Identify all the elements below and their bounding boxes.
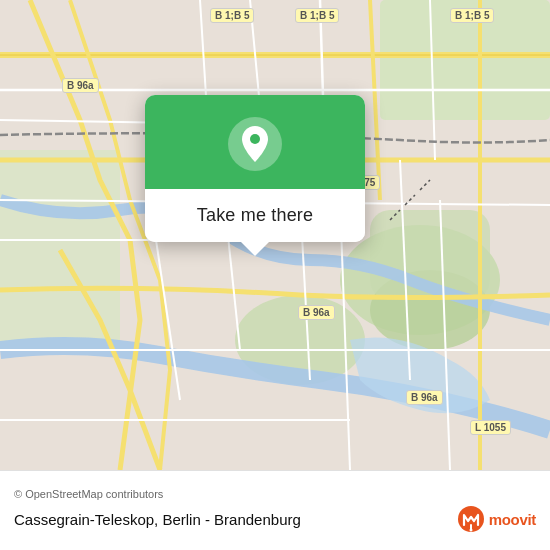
attribution-text: © OpenStreetMap contributors	[14, 488, 536, 500]
popup-green-header	[145, 95, 365, 189]
moovit-icon	[457, 505, 485, 533]
road-label-b1b5-1: B 1;B 5	[210, 8, 254, 23]
road-label-l1055: L 1055	[470, 420, 511, 435]
moovit-logo: moovit	[457, 505, 536, 533]
popup-card: Take me there	[145, 95, 365, 242]
road-label-b96a-bottom: B 96a	[298, 305, 335, 320]
popup-button-area[interactable]: Take me there	[145, 189, 365, 242]
location-name: Cassegrain-Teleskop, Berlin - Brandenbur…	[14, 511, 301, 528]
road-label-b1b5-2: B 1;B 5	[295, 8, 339, 23]
bottom-bar: © OpenStreetMap contributors Cassegrain-…	[0, 470, 550, 550]
svg-point-28	[250, 134, 260, 144]
moovit-brand-text: moovit	[489, 511, 536, 528]
location-info-row: Cassegrain-Teleskop, Berlin - Brandenbur…	[14, 505, 536, 533]
road-label-b1b5-3: B 1;B 5	[450, 8, 494, 23]
road-label-b96a-far-right: B 96a	[406, 390, 443, 405]
location-icon-circle	[228, 117, 282, 171]
take-me-there-button[interactable]: Take me there	[197, 205, 313, 226]
svg-point-30	[469, 529, 472, 532]
location-pin-icon	[240, 126, 270, 162]
map-container: B 1;B 5 B 1;B 5 B 1;B 5 B 96a L 075 B 96…	[0, 0, 550, 470]
road-label-b96a-left: B 96a	[62, 78, 99, 93]
